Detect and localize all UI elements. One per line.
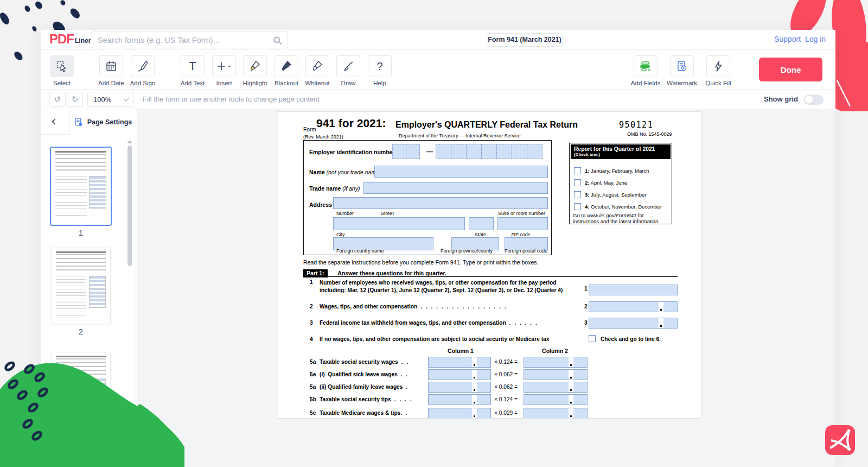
tax-col1-input[interactable] xyxy=(428,382,491,393)
zoom-select[interactable]: 100% xyxy=(87,92,134,107)
undo-button[interactable]: ↺ xyxy=(49,92,66,107)
form-title-number: 941 for 2021: xyxy=(316,117,386,130)
quarter-box-subtitle: (Check one.) xyxy=(574,152,667,157)
tax-col2-input[interactable] xyxy=(524,369,588,380)
tax-row-5c: 5c Taxable Medicare wages & tips.. × 0.0… xyxy=(303,408,678,419)
column1-header: Column 1 xyxy=(439,348,482,354)
row-multiplier: × 0.029 = xyxy=(494,410,518,416)
collapse-sidebar-button[interactable] xyxy=(49,117,59,127)
part1-header-row: Part 1: Answer these questions for this … xyxy=(303,268,678,277)
name-label: Name (not your trade name) xyxy=(309,169,381,175)
tax-col2-input[interactable] xyxy=(524,382,588,393)
form-title-main: Employer's QUARTERLY Federal Tax Return xyxy=(395,120,578,130)
ein-input-boxes-2[interactable] xyxy=(436,144,542,159)
line3-right-number: 3 xyxy=(584,320,588,326)
lightning-icon xyxy=(712,60,725,73)
quarter-option-3: 3: July, August, September xyxy=(585,192,646,198)
tax-col2-input[interactable] xyxy=(524,357,588,368)
sidebar-scrollbar[interactable] xyxy=(127,146,132,266)
address-suite-caption: Suite or room number xyxy=(498,211,545,216)
state-input[interactable] xyxy=(469,217,494,230)
row-label: Taxable Medicare wages & tips.. xyxy=(320,410,427,416)
chevron-down-icon xyxy=(124,96,129,102)
quick-fill-button[interactable]: Quick Fill xyxy=(699,55,737,86)
support-link[interactable]: Support xyxy=(774,35,801,43)
ein-input-boxes-1[interactable] xyxy=(393,144,420,159)
done-button[interactable]: Done xyxy=(759,58,822,81)
quarter-goto-line1: Go to www.irs.gov/Form941 for xyxy=(573,212,644,218)
quarter-goto-line2: instructions and the latest information. xyxy=(573,218,660,224)
line1-input[interactable] xyxy=(589,285,678,295)
quarter-checkbox-1[interactable] xyxy=(574,167,581,174)
line3-input[interactable] xyxy=(589,318,678,329)
line4-checkbox[interactable] xyxy=(589,335,596,342)
logo-pdf-text: PDF xyxy=(49,32,74,46)
tax-row-5a-ii: 5a (ii) Qualified family leave wages. × … xyxy=(303,382,678,393)
search-icon[interactable] xyxy=(273,36,282,45)
select-tool-button[interactable]: Select xyxy=(43,55,81,86)
search-input[interactable] xyxy=(91,32,288,48)
form-941-page: Form 941 for 2021: (Rev. March 2021) Emp… xyxy=(278,111,701,419)
search-box xyxy=(91,31,288,48)
toggle-knob xyxy=(805,96,813,104)
blackout-brush-icon xyxy=(280,60,293,73)
page-thumbnail-1[interactable] xyxy=(50,147,112,226)
calendar-icon xyxy=(105,60,118,73)
zip-input[interactable] xyxy=(497,217,548,230)
row-multiplier: × 0.062 = xyxy=(494,371,518,377)
show-grid-toggle[interactable] xyxy=(804,94,824,105)
address-label: Address xyxy=(309,201,332,208)
part1-title: Answer these questions for this quarter. xyxy=(337,270,446,276)
show-grid-label: Show grid xyxy=(764,95,798,103)
city-input[interactable] xyxy=(333,217,465,230)
add-fields-icon xyxy=(639,60,652,73)
tax-col1-input[interactable] xyxy=(428,394,491,405)
add-sign-button[interactable]: Add Sign xyxy=(124,55,162,86)
scroll-down-icon[interactable] xyxy=(127,419,132,422)
page-settings-tab[interactable]: Page Settings xyxy=(69,109,136,135)
document-title: Form 941 (March 2021) xyxy=(487,33,563,47)
line4-number: 4 xyxy=(310,336,313,342)
quarter-select-box: Report for this Quarter of 2021 (Check o… xyxy=(569,143,672,224)
tax-col2-input[interactable] xyxy=(524,408,588,419)
employer-info-box: Employer identification number (EIN) — N… xyxy=(303,140,552,255)
secondary-toolbar: ↺ ↻ 100% Fill the form or use another to… xyxy=(41,90,835,109)
quarter-checkbox-4[interactable] xyxy=(574,203,581,210)
quarter-option-2: 2: April, May, June xyxy=(585,180,627,186)
row-number: 5a xyxy=(310,359,316,365)
trade-name-input[interactable] xyxy=(363,182,548,194)
form-revision: (Rev. March 2021) xyxy=(303,134,343,140)
tax-col2-input[interactable] xyxy=(524,394,588,405)
trade-name-label: Trade name (if any) xyxy=(309,185,360,192)
toolbar-hint-text: Fill the form or use another tools to ch… xyxy=(143,95,320,103)
tax-row-5b: 5b Taxable social security tips. . . . ×… xyxy=(303,394,678,405)
row-number: 5a xyxy=(310,371,316,377)
app-window: PDF Liner Form 941 (March 2021) Support … xyxy=(41,30,835,467)
login-link[interactable]: Log in xyxy=(805,35,826,43)
tax-col1-input[interactable] xyxy=(428,369,491,380)
redo-button[interactable]: ↻ xyxy=(67,92,83,107)
quarter-checkbox-2[interactable] xyxy=(574,179,581,186)
line4-label: If no wages, tips, and other compensatio… xyxy=(320,336,549,342)
tax-col1-input[interactable] xyxy=(428,408,491,419)
add-fields-button[interactable]: Add Fields xyxy=(627,55,665,86)
name-input[interactable] xyxy=(374,166,548,178)
row-label: (i) Qualified sick leave wages. . xyxy=(320,371,427,377)
watermark-button[interactable]: Watermark xyxy=(663,55,701,86)
document-workspace: Form 941 for 2021: (Rev. March 2021) Emp… xyxy=(137,109,835,467)
quarter-checkbox-3[interactable] xyxy=(574,191,581,198)
row-number: 5a xyxy=(310,384,316,390)
main-toolbar: Select Add Date Add Sign T Add Tex xyxy=(41,50,835,90)
address-input[interactable] xyxy=(333,197,548,209)
line2-input[interactable] xyxy=(589,301,678,312)
row-number: 5b xyxy=(310,396,316,402)
app-header: PDF Liner Form 941 (March 2021) Support … xyxy=(41,30,835,50)
pdfliner-logo[interactable]: PDF Liner xyxy=(49,32,91,46)
page-thumbnail-2[interactable] xyxy=(51,248,111,324)
scroll-up-icon[interactable] xyxy=(127,140,132,143)
tax-col1-input[interactable] xyxy=(428,357,491,368)
zoom-value: 100% xyxy=(93,96,111,104)
ein-dash: — xyxy=(426,148,433,155)
page-thumbnail-3[interactable] xyxy=(51,352,111,425)
help-button[interactable]: ? Help xyxy=(361,55,399,86)
